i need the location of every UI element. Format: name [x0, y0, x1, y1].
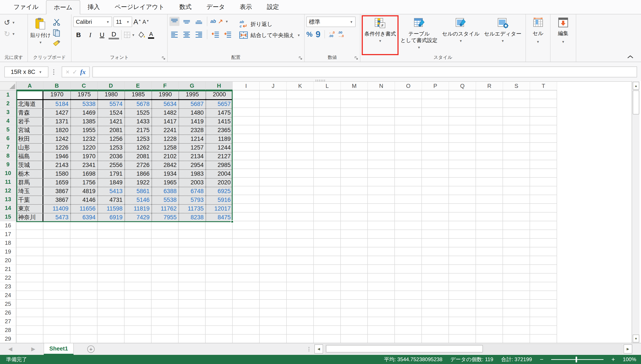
- cell-H11[interactable]: 2020: [206, 178, 233, 187]
- zoom-level[interactable]: 100%: [623, 356, 636, 362]
- underline-button[interactable]: U: [97, 30, 107, 40]
- cell-F2[interactable]: 5634: [152, 100, 178, 108]
- cell-F13[interactable]: 5538: [152, 196, 178, 204]
- cell-G7[interactable]: 1257: [178, 144, 206, 152]
- cell-E9[interactable]: 2726: [124, 161, 152, 169]
- cell-H15[interactable]: 8475: [206, 214, 233, 222]
- cell-B5[interactable]: 1820: [44, 126, 70, 134]
- cell-A10[interactable]: 栃木: [16, 170, 44, 178]
- merge-center-button[interactable]: 結合して中央揃え ▼: [239, 32, 302, 39]
- column-header-N[interactable]: N: [368, 82, 395, 90]
- cell-B1[interactable]: 1970: [44, 90, 70, 99]
- cell-H14[interactable]: 12017: [206, 205, 233, 213]
- cell-A3[interactable]: 青森: [16, 109, 44, 117]
- cell-E7[interactable]: 1262: [124, 144, 152, 152]
- cell-C10[interactable]: 1698: [70, 170, 98, 178]
- cell-B13[interactable]: 3867: [44, 196, 70, 204]
- increase-indent-icon[interactable]: [222, 30, 233, 39]
- row-header-19[interactable]: 19: [0, 248, 16, 256]
- row-header-16[interactable]: 16: [0, 221, 16, 230]
- cell-G11[interactable]: 2003: [178, 178, 206, 187]
- row-header-1[interactable]: 1: [0, 90, 16, 99]
- row-header-11[interactable]: 11: [0, 178, 16, 186]
- cell-G4[interactable]: 1419: [178, 118, 206, 126]
- zoom-slider-thumb[interactable]: [576, 356, 577, 362]
- column-header-T[interactable]: T: [530, 82, 557, 90]
- cell-B11[interactable]: 1659: [44, 178, 70, 187]
- column-header-M[interactable]: M: [341, 82, 368, 90]
- tab-data[interactable]: データ: [199, 0, 232, 14]
- cell-H2[interactable]: 5657: [206, 100, 233, 108]
- cell-D7[interactable]: 1253: [98, 144, 124, 152]
- cell-E14[interactable]: 11819: [124, 205, 152, 213]
- cell-D9[interactable]: 2556: [98, 161, 124, 169]
- cell-F4[interactable]: 1417: [152, 118, 178, 126]
- borders-icon[interactable]: [124, 32, 130, 38]
- vertical-scroll-thumb[interactable]: [633, 90, 639, 114]
- align-bottom-icon[interactable]: [194, 17, 204, 26]
- column-header-H[interactable]: H: [206, 82, 233, 90]
- column-header-A[interactable]: A: [16, 82, 44, 90]
- zoom-in-button[interactable]: +: [611, 356, 615, 363]
- cell-A4[interactable]: 岩手: [16, 118, 44, 126]
- cell-B8[interactable]: 1946: [44, 152, 70, 161]
- row-header-12[interactable]: 12: [0, 186, 16, 195]
- cell-F15[interactable]: 7955: [152, 214, 178, 222]
- cell-B7[interactable]: 1226: [44, 144, 70, 152]
- tab-settings[interactable]: 設定: [260, 0, 286, 14]
- decrease-font-icon[interactable]: A▼: [142, 19, 149, 25]
- cell-E6[interactable]: 1253: [124, 135, 152, 143]
- cell-E12[interactable]: 5861: [124, 187, 152, 196]
- row-header-25[interactable]: 25: [0, 300, 16, 308]
- cell-H13[interactable]: 5916: [206, 196, 233, 204]
- cell-B14[interactable]: 11409: [44, 205, 70, 213]
- cell-B10[interactable]: 1580: [44, 170, 70, 178]
- number-dialog-launcher-icon[interactable]: [354, 56, 358, 60]
- cell-E15[interactable]: 7429: [124, 214, 152, 222]
- align-left-icon[interactable]: [170, 30, 180, 39]
- row-header-2[interactable]: 2: [0, 99, 16, 108]
- sheet-nav-arrows[interactable]: ◀ ▶: [8, 346, 44, 352]
- row-header-8[interactable]: 8: [0, 152, 16, 160]
- row-header-18[interactable]: 18: [0, 239, 16, 248]
- column-header-G[interactable]: G: [178, 82, 206, 90]
- cell-H10[interactable]: 2004: [206, 170, 233, 178]
- cell-E1[interactable]: 1985: [124, 90, 152, 99]
- zoom-out-button[interactable]: −: [540, 356, 543, 363]
- cell-F1[interactable]: 1990: [152, 90, 178, 99]
- row-header-20[interactable]: 20: [0, 256, 16, 265]
- row-header-9[interactable]: 9: [0, 160, 16, 169]
- percent-style-icon[interactable]: %: [306, 30, 312, 38]
- cell-F14[interactable]: 11762: [152, 205, 178, 213]
- tab-page-layout[interactable]: ページレイアウト: [107, 0, 172, 14]
- row-header-7[interactable]: 7: [0, 143, 16, 152]
- add-sheet-button[interactable]: +: [87, 346, 94, 353]
- row-header-28[interactable]: 28: [0, 326, 16, 334]
- tab-view[interactable]: 表示: [232, 0, 260, 14]
- cell-H8[interactable]: 2127: [206, 152, 233, 161]
- cell-G10[interactable]: 1983: [178, 170, 206, 178]
- cell-A9[interactable]: 茨城: [16, 161, 44, 169]
- column-header-S[interactable]: S: [503, 82, 530, 90]
- cell-G15[interactable]: 8238: [178, 214, 206, 222]
- cell-D12[interactable]: 5413: [98, 187, 124, 196]
- cell-C3[interactable]: 1469: [70, 109, 98, 117]
- format-as-table-button[interactable]: テーブル として書式設定 ▼: [399, 17, 439, 54]
- font-size-dropdown[interactable]: 11 ▼: [113, 16, 132, 27]
- align-top-icon[interactable]: [170, 17, 180, 26]
- cell-G2[interactable]: 5687: [178, 100, 206, 108]
- cell-F8[interactable]: 2102: [152, 152, 178, 161]
- cell-B15[interactable]: 5473: [44, 214, 70, 222]
- bold-button[interactable]: B: [73, 30, 84, 40]
- cell-A14[interactable]: 東京: [16, 205, 44, 213]
- horizontal-scroll-thumb[interactable]: [326, 345, 483, 352]
- cell-A15[interactable]: 神奈川: [16, 214, 44, 222]
- cell-F10[interactable]: 1934: [152, 170, 178, 178]
- column-header-B[interactable]: B: [44, 82, 70, 90]
- column-header-R[interactable]: R: [476, 82, 503, 90]
- cell-A12[interactable]: 埼玉: [16, 187, 44, 196]
- scrollbar-handle-icon[interactable]: [308, 346, 310, 352]
- wrap-text-button[interactable]: ab c 折り返し: [239, 20, 302, 28]
- row-header-26[interactable]: 26: [0, 308, 16, 317]
- cell-H5[interactable]: 2365: [206, 126, 233, 134]
